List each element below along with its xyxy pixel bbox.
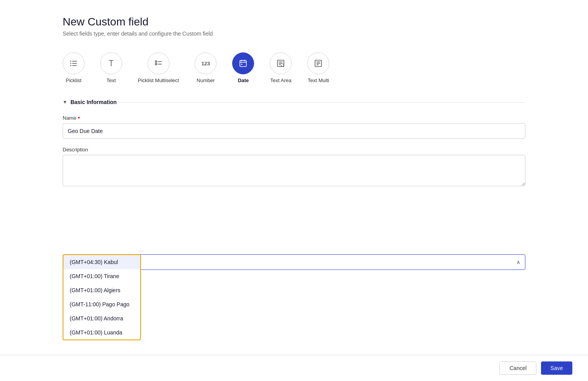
description-textarea[interactable] [63, 155, 525, 186]
timezone-option-2[interactable]: (GMT+01:00) Algiers [63, 283, 140, 297]
cancel-button[interactable]: Cancel [500, 361, 536, 375]
field-type-date-icon [232, 52, 254, 74]
field-type-text-label: Text [106, 77, 116, 83]
description-label: Description [63, 147, 525, 153]
field-type-picklist-multiselect-icon [148, 52, 170, 74]
field-type-date-label: Date [238, 77, 249, 83]
timezone-options-box: (GMT+04:30) Kabul (GMT+01:00) Tirane (GM… [63, 254, 141, 340]
timezone-option-5[interactable]: (GMT+01:00) Luanda [63, 325, 140, 340]
field-type-text-icon [100, 52, 122, 74]
field-type-picklist-label: Picklist [66, 77, 81, 83]
dropdown-chevron-icon: ∧ [516, 259, 520, 265]
timezone-option-4[interactable]: (GMT+01:00) Andorra [63, 311, 140, 325]
field-type-text-multi-label: Text Multi [308, 77, 329, 83]
section-title: Basic Information [70, 99, 117, 105]
field-type-picklist-multiselect[interactable]: Picklist Multiselect [138, 52, 179, 83]
page-subtitle: Select fields type, enter details and co… [63, 31, 525, 37]
svg-point-5 [70, 65, 71, 66]
timezone-option-1[interactable]: (GMT+01:00) Tirane [63, 269, 140, 283]
svg-point-4 [70, 63, 71, 64]
field-type-picklist-multiselect-label: Picklist Multiselect [138, 77, 179, 83]
page-title: New Custom field [63, 16, 525, 28]
svg-rect-8 [155, 61, 157, 63]
section-chevron-icon: ▼ [63, 99, 67, 105]
field-type-number-label: Number [197, 77, 215, 83]
timezone-dropdown-container: (GMT+04:30) Kabul (GMT+01:00) Tirane (GM… [63, 254, 525, 270]
field-type-text-area[interactable]: Text Area [270, 52, 292, 83]
field-type-text-multi-icon [307, 52, 329, 74]
svg-rect-16 [242, 64, 243, 65]
field-type-text-area-icon [270, 52, 292, 74]
section-basic-information: ▼ Basic Information [63, 99, 525, 105]
name-field-group: Name • [63, 115, 525, 139]
svg-rect-12 [240, 61, 247, 67]
svg-point-3 [70, 61, 71, 62]
name-input[interactable] [63, 123, 525, 139]
timezone-option-0[interactable]: (GMT+04:30) Kabul [63, 255, 140, 269]
field-type-text[interactable]: Text [100, 52, 122, 83]
required-indicator: • [78, 115, 80, 121]
field-type-date[interactable]: Date [232, 52, 254, 83]
save-button[interactable]: Save [541, 361, 572, 375]
name-label: Name • [63, 115, 525, 121]
field-type-picklist[interactable]: Picklist [63, 52, 85, 83]
field-type-picklist-icon [63, 52, 85, 74]
field-type-number[interactable]: 123 Number [195, 52, 216, 83]
footer-bar: Cancel Save [0, 355, 588, 381]
field-type-selector: Picklist Text Picklist Mul [63, 52, 525, 83]
svg-rect-10 [155, 63, 157, 65]
description-field-group: Description [63, 147, 525, 188]
section-divider [120, 102, 525, 102]
field-type-text-area-label: Text Area [270, 77, 291, 83]
field-type-number-icon: 123 [195, 52, 216, 74]
field-type-text-multi[interactable]: Text Multi [307, 52, 329, 83]
timezone-option-3[interactable]: (GMT-11:00) Pago Pago [63, 297, 140, 311]
